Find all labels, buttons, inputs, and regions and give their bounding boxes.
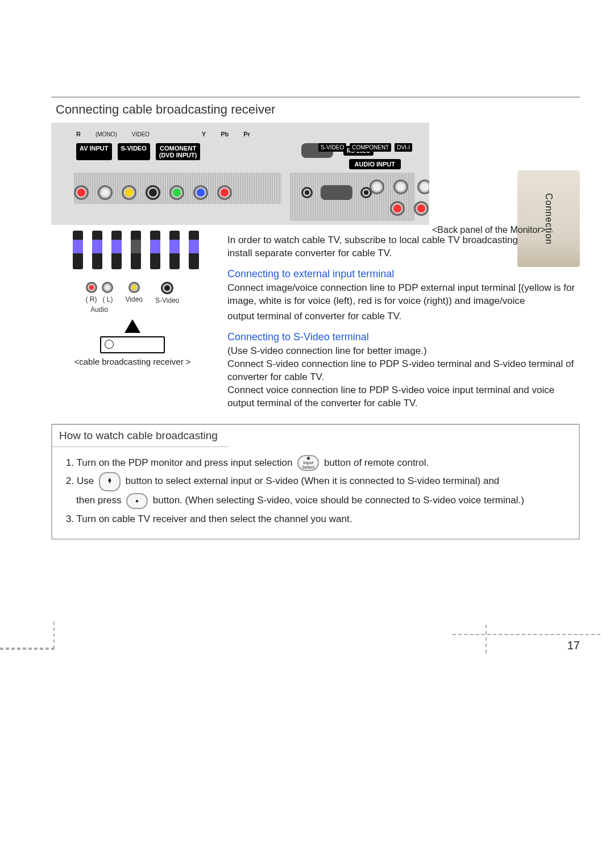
plug-icon xyxy=(150,231,160,269)
plug-icon xyxy=(131,231,141,269)
step1-text-b: button of remote control. xyxy=(324,457,429,468)
label-video: VIDEO xyxy=(132,131,150,137)
jack-pr-icon xyxy=(217,185,232,200)
step2-text-d: button. (When selecting S-video, voice s… xyxy=(153,495,524,506)
sub1-para2: output terminal of converter for cable T… xyxy=(227,310,580,323)
audio-input-label: AUDIO INPUT xyxy=(349,159,401,169)
label-pr: Pr xyxy=(243,131,250,137)
audio-jack-l-icon xyxy=(370,180,384,194)
howto-section: How to watch cable broadcasting 1. Turn … xyxy=(51,424,580,540)
receiver-jack-video-icon xyxy=(128,282,140,293)
crop-mark-left-icon xyxy=(0,648,55,650)
arrow-up-icon xyxy=(125,319,140,333)
plug-icon xyxy=(73,231,83,269)
audio-jack-r-icon xyxy=(390,201,405,216)
mini-component-label: COMPONENT xyxy=(350,143,391,152)
manual-page: Connection Connecting cable broadcasting… xyxy=(0,0,614,868)
enter-button-icon: ● xyxy=(126,493,148,509)
jack-red-icon xyxy=(74,185,89,200)
sub1-title: Connecting to external input terminal xyxy=(227,267,580,281)
up-down-button-icon xyxy=(99,472,121,491)
input-select-caption: Input Select xyxy=(302,460,314,470)
sub2-line1: (Use S-video connection line for better … xyxy=(227,345,580,358)
section1-header: Connecting cable broadcasting receiver xyxy=(51,97,580,123)
howto-step3: 3. Turn on cable TV receiver and then se… xyxy=(66,510,565,528)
section1-title: Connecting cable broadcasting receiver xyxy=(56,102,578,117)
cable-plugs-row xyxy=(73,231,216,269)
plug-icon xyxy=(189,231,199,269)
receiver-jack-l-icon xyxy=(102,282,113,293)
label-audio-r: R xyxy=(76,131,81,137)
receiver-label-r: ( R) xyxy=(86,295,97,303)
receiver-audio-label: Audio xyxy=(86,306,113,314)
back-panel-diagram: R (MONO) VIDEO Y Pb Pr AV INPUT S-VIDEO … xyxy=(51,123,429,225)
label-component: COMONENT (DVD INPUT) xyxy=(156,143,201,160)
audio-jack-l3-icon xyxy=(417,180,429,194)
receiver-jack-r-icon xyxy=(86,282,97,293)
step2-text-a: 2. Use xyxy=(66,476,94,487)
audio-jack-r2-icon xyxy=(414,201,429,216)
label-pb: Pb xyxy=(221,131,229,137)
howto-step2: 2. Use button to select external input o… xyxy=(66,472,565,510)
jack-yellow-icon xyxy=(122,185,136,200)
receiver-svideo-label: S-Video xyxy=(155,297,179,304)
step2-text-c: then press xyxy=(76,495,121,506)
jack-y-icon xyxy=(169,185,184,200)
section1-body: ( R) ( L) Audio Video S-Video xyxy=(51,233,580,410)
crop-mark-right-icon xyxy=(453,634,600,668)
panel-label-row: AV INPUT S-VIDEO COMONENT (DVD INPUT) xyxy=(76,143,200,160)
receiver-video-label: Video xyxy=(126,295,143,303)
plug-icon xyxy=(92,231,102,269)
settop-box-icon xyxy=(100,336,165,353)
label-audio-mono: (MONO) xyxy=(96,131,117,137)
audio-jack-l2-icon xyxy=(393,180,408,194)
howto-step1: 1. Turn on the PDP monitor and press inp… xyxy=(66,454,565,472)
jack-svideo-icon xyxy=(146,185,160,200)
rs232-plug-icon xyxy=(321,185,352,200)
howto-title: How to watch cable broadcasting xyxy=(59,429,221,442)
label-av-input: AV INPUT xyxy=(76,143,112,160)
sub1-para1: Connect image/voice connection line to P… xyxy=(227,282,580,308)
sub2-title: Connecting to S-Video terminal xyxy=(227,330,580,344)
howto-body: 1. Turn on the PDP monitor and press inp… xyxy=(52,447,579,528)
label-y: Y xyxy=(202,131,206,137)
plug-icon xyxy=(111,231,122,269)
jack-white-icon xyxy=(98,185,113,200)
back-panel-diagram-wrap: R (MONO) VIDEO Y Pb Pr AV INPUT S-VIDEO … xyxy=(51,123,580,225)
rs232-screw-icon xyxy=(301,187,313,198)
sub2-line2: Connect S-video connection line to PDP S… xyxy=(227,358,580,384)
receiver-caption: <cable broadcasting receiver > xyxy=(61,357,204,366)
input-select-button-icon: ◉Input Select xyxy=(297,455,319,471)
back-panel-caption: <Back panel of the Monitor> xyxy=(432,225,546,235)
jack-pb-icon xyxy=(193,185,208,200)
port-row-left xyxy=(74,185,232,200)
receiver-jack-svideo-icon xyxy=(161,282,173,294)
mini-dvi-label: DVI-I xyxy=(395,143,412,152)
sub2-line3: Connect voice connection line to PDP S-v… xyxy=(227,384,580,410)
step2-text-b: button to select external input or S-vid… xyxy=(126,476,500,487)
label-s-video: S-VIDEO xyxy=(118,143,150,160)
port-row-right xyxy=(370,180,429,216)
receiver-label-l: ( L) xyxy=(103,295,113,303)
section1-left-col: ( R) ( L) Audio Video S-Video xyxy=(51,233,216,410)
howto-title-row: How to watch cable broadcasting xyxy=(52,425,228,447)
receiver-diagram: ( R) ( L) Audio Video S-Video xyxy=(61,279,204,382)
step1-text-a: 1. Turn on the PDP monitor and press inp… xyxy=(66,457,292,468)
plug-icon xyxy=(169,231,180,269)
mini-svideo-label: S-VIDEO xyxy=(318,143,346,152)
